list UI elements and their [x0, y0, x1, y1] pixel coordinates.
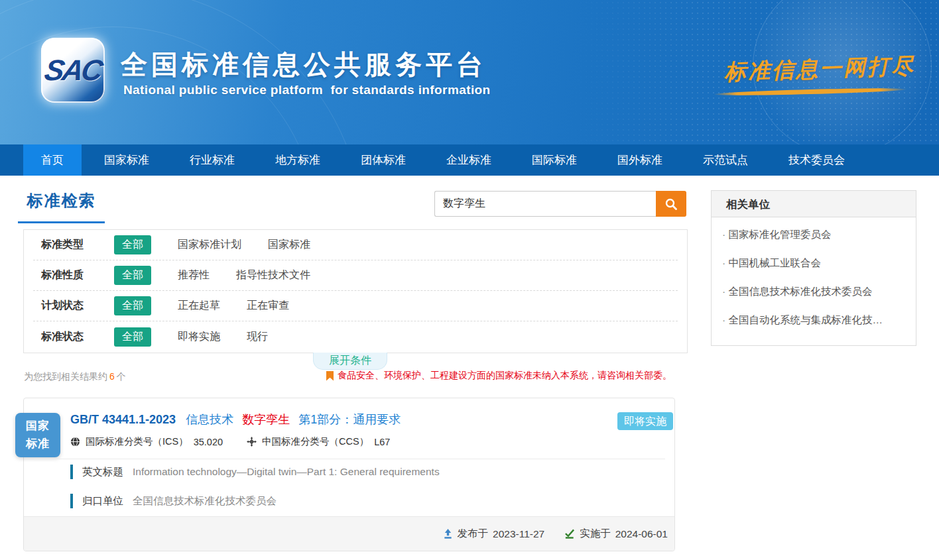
nav-tab-2[interactable]: 行业标准 — [172, 144, 253, 176]
filter-all-button[interactable]: 全部 — [114, 296, 151, 315]
summary-prefix: 为您找到相关结果约 — [24, 371, 107, 382]
filter-option[interactable]: 推荐性 — [178, 268, 210, 282]
status-badge: 即将实施 — [617, 412, 673, 430]
implemented-label: 实施于 — [580, 527, 611, 541]
related-unit-link[interactable]: 全国自动化系统与集成标准化技… — [712, 306, 916, 335]
standard-result-card: 国家 标准 GB/T 43441.1-2023 信息技术 数字孪生 第1部分：通… — [23, 398, 675, 551]
main-nav: 首页国家标准行业标准地方标准团体标准企业标准国际标准国外标准示范试点技术委员会 — [0, 144, 939, 176]
nav-tab-6[interactable]: 国际标准 — [514, 144, 595, 176]
detail-bar-decor — [70, 465, 73, 479]
section-title: 标准检索 — [27, 192, 96, 209]
bookmark-icon — [326, 371, 334, 381]
detail-label: 归口单位 — [82, 494, 123, 508]
search-input[interactable] — [434, 191, 656, 217]
detail-bar-decor — [70, 494, 73, 508]
nav-tab-4[interactable]: 团体标准 — [343, 144, 424, 176]
filter-box: 标准类型全部国家标准计划国家标准标准性质全部推荐性指导性技术文件计划状态全部正在… — [23, 229, 688, 353]
sac-logo-text: SAC — [42, 54, 104, 87]
detail-label: 英文标题 — [82, 465, 123, 479]
publish-upload-icon — [443, 529, 453, 539]
detail-row-english-title: 英文标题 Information technology—Digital twin… — [70, 465, 440, 479]
ccs-value: L67 — [374, 437, 390, 447]
nav-tab-8[interactable]: 示范试点 — [685, 144, 766, 176]
site-header: SAC 全国标准信息公共服务平台 National public service… — [0, 0, 939, 144]
filter-option[interactable]: 国家标准 — [268, 238, 310, 252]
ccs-label: 中国标准分类号（CCS） — [262, 435, 369, 448]
filter-option[interactable]: 正在审查 — [247, 299, 289, 313]
filter-all-button[interactable]: 全部 — [114, 327, 151, 347]
implement-check-icon — [564, 529, 575, 539]
nav-tab-3[interactable]: 地方标准 — [257, 144, 338, 176]
detail-value: Information technology—Digital twin—Part… — [133, 466, 440, 478]
implemented-date-item: 实施于 2024-06-01 — [564, 527, 668, 541]
related-units-title: 相关单位 — [712, 191, 916, 217]
page: SAC 全国标准信息公共服务平台 National public service… — [0, 0, 939, 560]
implemented-date: 2024-06-01 — [615, 528, 668, 540]
filter-label: 标准类型 — [41, 238, 105, 252]
card-footer: 发布于 2023-11-27 实施于 2024-06-01 — [24, 516, 674, 551]
expand-conditions-button[interactable]: 展开条件 — [313, 353, 387, 370]
standard-code: GB/T 43441.1-2023 — [70, 413, 176, 426]
results-summary: 为您找到相关结果约6个 — [24, 371, 126, 383]
published-date-item: 发布于 2023-11-27 — [443, 527, 545, 541]
globe-icon — [70, 437, 80, 447]
site-subtitle: National public service platform for sta… — [123, 83, 491, 97]
filter-option[interactable]: 国家标准计划 — [178, 238, 241, 252]
title-highlight: 数字孪生 — [242, 413, 290, 426]
title-post: 第1部分：通用要求 — [298, 413, 401, 426]
filter-all-button[interactable]: 全部 — [114, 235, 151, 254]
divider — [34, 459, 665, 459]
tab-standard-search[interactable]: 标准检索 — [18, 190, 105, 223]
filter-label: 计划状态 — [41, 299, 105, 313]
system-notice: 食品安全、环境保护、工程建设方面的国家标准未纳入本系统，请咨询相关部委。 — [326, 370, 672, 382]
related-unit-link[interactable]: 中国机械工业联合会 — [712, 249, 916, 278]
standard-title-link[interactable]: GB/T 43441.1-2023 信息技术 数字孪生 第1部分：通用要求 — [70, 412, 406, 427]
related-units-list: 国家标准化管理委员会中国机械工业联合会全国信息技术标准化技术委员会全国自动化系统… — [712, 217, 916, 338]
published-date: 2023-11-27 — [493, 528, 544, 540]
nav-tab-0[interactable]: 首页 — [23, 144, 82, 176]
title-pre: 信息技术 — [186, 413, 233, 426]
related-unit-link[interactable]: 全国信息技术标准化技术委员会 — [712, 278, 916, 306]
detail-row-committee: 归口单位 全国信息技术标准化技术委员会 — [70, 494, 277, 508]
search-icon — [664, 197, 678, 211]
ics-label: 国际标准分类号（ICS） — [86, 435, 188, 448]
filter-option[interactable]: 正在起草 — [178, 299, 220, 313]
published-label: 发布于 — [458, 527, 489, 541]
sac-logo[interactable]: SAC — [41, 38, 105, 103]
nav-tab-1[interactable]: 国家标准 — [86, 144, 167, 176]
filter-option[interactable]: 现行 — [247, 330, 268, 344]
filter-option[interactable]: 指导性技术文件 — [236, 268, 310, 282]
filter-row: 标准性质全部推荐性指导性技术文件 — [33, 260, 678, 291]
nav-tab-5[interactable]: 企业标准 — [428, 144, 509, 176]
badge-line2: 标准 — [26, 435, 50, 453]
filter-row: 计划状态全部正在起草正在审查 — [33, 291, 678, 321]
summary-count: 6 — [107, 371, 117, 382]
filter-all-button[interactable]: 全部 — [114, 266, 151, 285]
summary-suffix: 个 — [117, 371, 126, 382]
standard-type-badge: 国家 标准 — [15, 413, 60, 457]
search-button[interactable] — [656, 191, 686, 217]
badge-line1: 国家 — [26, 418, 50, 435]
filter-label: 标准状态 — [41, 330, 105, 344]
search-box — [434, 191, 686, 217]
related-units-panel: 相关单位 国家标准化管理委员会中国机械工业联合会全国信息技术标准化技术委员会全国… — [711, 190, 916, 346]
nav-tab-7[interactable]: 国外标准 — [599, 144, 680, 176]
filter-row: 标准状态全部即将实施现行 — [33, 321, 678, 352]
detail-value: 全国信息技术标准化技术委员会 — [133, 494, 277, 508]
site-title: 全国标准信息公共服务平台 — [121, 46, 487, 83]
notice-text: 食品安全、环境保护、工程建设方面的国家标准未纳入本系统，请咨询相关部委。 — [338, 370, 672, 382]
nav-tab-9[interactable]: 技术委员会 — [771, 144, 863, 176]
related-unit-link[interactable]: 国家标准化管理委员会 — [712, 221, 916, 249]
ics-value: 35.020 — [194, 437, 223, 447]
filter-label: 标准性质 — [41, 268, 105, 282]
filter-option[interactable]: 即将实施 — [178, 330, 220, 344]
compass-icon — [247, 437, 257, 447]
filter-row: 标准类型全部国家标准计划国家标准 — [33, 230, 678, 260]
card-meta: 国际标准分类号（ICS） 35.020 中国标准分类号（CCS） L67 — [70, 435, 414, 448]
